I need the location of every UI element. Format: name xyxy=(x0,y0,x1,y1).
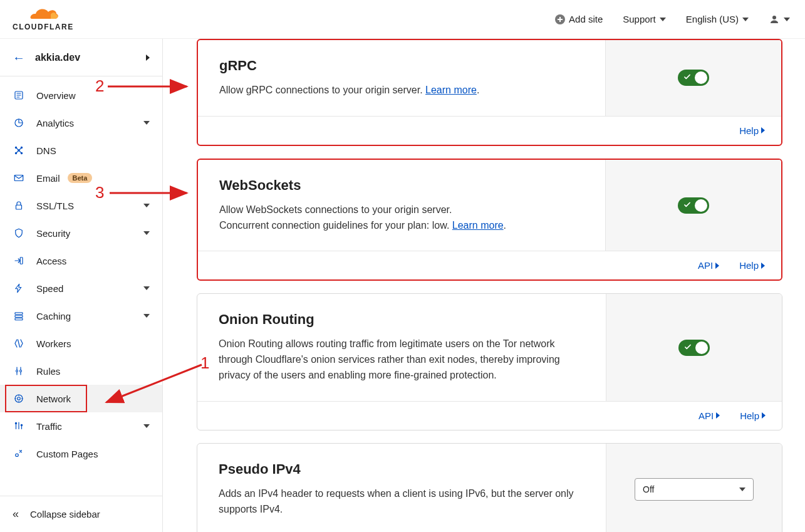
toggle-switch[interactable] xyxy=(678,340,710,356)
svg-rect-11 xyxy=(15,313,23,315)
user-icon xyxy=(769,14,780,25)
svg-rect-12 xyxy=(15,315,23,317)
site-name: akkia.dev xyxy=(35,52,80,63)
sidebar-item-custom-pages[interactable]: Custom Pages xyxy=(0,440,162,467)
sidebar-item-access[interactable]: Access xyxy=(0,247,162,274)
card-title: Pseudo IPv4 xyxy=(219,461,584,477)
access-icon xyxy=(13,254,25,267)
card-footer: APIHelp xyxy=(197,401,782,430)
add-site-button[interactable]: Add site xyxy=(555,14,603,24)
card-footer: Help xyxy=(198,116,781,145)
shield-icon xyxy=(13,227,25,239)
card-title: WebSockets xyxy=(219,177,584,194)
analytics-icon xyxy=(13,117,25,129)
toggle-knob xyxy=(695,71,707,84)
learn-more-link[interactable]: Learn more xyxy=(452,220,504,231)
global-header: CLOUDFLARE Add site Support English (US) xyxy=(0,0,805,39)
help-link[interactable]: Help xyxy=(739,260,765,271)
card-footer: APIHelp xyxy=(198,251,781,279)
pseudo-ipv4-select[interactable]: Off xyxy=(635,478,754,501)
api-link[interactable]: API xyxy=(698,260,719,271)
card-websockets: WebSocketsAllow WebSockets connections t… xyxy=(197,159,782,281)
chevron-down-icon xyxy=(143,121,150,125)
card-text: WebSocketsAllow WebSockets connections t… xyxy=(198,160,606,251)
chevron-down-icon xyxy=(784,18,790,21)
sidebar-item-label: Custom Pages xyxy=(36,449,98,459)
chevron-right-icon xyxy=(716,412,720,419)
back-arrow-icon: ← xyxy=(13,51,25,64)
help-link-label: Help xyxy=(740,410,759,421)
chevron-right-icon xyxy=(762,412,766,419)
card-body: Onion RoutingOnion Routing allows routin… xyxy=(197,294,782,400)
sidebar-item-label: Security xyxy=(36,228,70,239)
api-link[interactable]: API xyxy=(699,410,720,421)
learn-more-link[interactable]: Learn more xyxy=(425,85,477,95)
sidebar: ← akkia.dev OverviewAnalyticsDNSEmailBet… xyxy=(0,39,163,532)
check-icon xyxy=(683,201,692,209)
svg-rect-8 xyxy=(14,175,23,181)
card-description: Onion Routing allows routing traffic fro… xyxy=(219,336,584,383)
sidebar-item-security[interactable]: Security xyxy=(0,219,162,247)
language-menu[interactable]: English (US) xyxy=(686,14,749,24)
check-icon xyxy=(683,73,692,81)
card-onion: Onion RoutingOnion Routing allows routin… xyxy=(197,293,782,430)
sidebar-nav: OverviewAnalyticsDNSEmailBetaSSL/TLSSecu… xyxy=(0,76,162,496)
language-label: English (US) xyxy=(686,14,739,24)
chevron-right-icon xyxy=(715,263,719,269)
sidebar-item-caching[interactable]: Caching xyxy=(0,302,162,330)
svg-point-18 xyxy=(15,422,16,424)
lock-icon xyxy=(13,199,25,212)
cloudflare-cloud-icon xyxy=(26,8,61,23)
sidebar-item-speed[interactable]: Speed xyxy=(0,274,162,302)
traffic-icon xyxy=(13,420,25,432)
support-menu[interactable]: Support xyxy=(623,14,666,24)
sidebar-item-label: Network xyxy=(36,394,71,404)
svg-point-15 xyxy=(20,370,22,372)
card-control xyxy=(606,294,782,400)
card-text: Onion RoutingOnion Routing allows routin… xyxy=(197,294,606,400)
card-body: gRPCAllow gRPC connections to your origi… xyxy=(198,40,781,116)
plus-icon xyxy=(555,14,565,24)
support-label: Support xyxy=(623,14,656,24)
sidebar-item-analytics[interactable]: Analytics xyxy=(0,109,162,137)
svg-rect-9 xyxy=(16,205,22,209)
sidebar-item-overview[interactable]: Overview xyxy=(0,81,162,109)
collapse-sidebar-button[interactable]: « Collapse sidebar xyxy=(0,496,162,532)
chevron-right-icon xyxy=(146,55,150,61)
sidebar-item-network[interactable]: Network xyxy=(0,385,162,412)
toggle-switch[interactable] xyxy=(678,70,709,86)
chevron-down-icon xyxy=(739,488,745,491)
help-link-label: Help xyxy=(739,260,759,271)
toggle-knob xyxy=(695,199,707,212)
cloudflare-logo[interactable]: CLOUDFLARE xyxy=(13,8,74,31)
card-description: Allow WebSockets connections to your ori… xyxy=(219,202,584,234)
collapse-icon: « xyxy=(13,508,19,521)
chevron-right-icon xyxy=(761,263,765,269)
sidebar-item-label: Access xyxy=(36,256,66,266)
chevron-down-icon xyxy=(660,18,666,21)
sidebar-item-workers[interactable]: Workers xyxy=(0,330,162,357)
card-grpc: gRPCAllow gRPC connections to your origi… xyxy=(197,39,782,146)
rules-icon xyxy=(13,365,25,377)
sidebar-item-rules[interactable]: Rules xyxy=(0,357,162,385)
add-site-label: Add site xyxy=(569,14,603,24)
sidebar-item-ssl-tls[interactable]: SSL/TLS xyxy=(0,192,162,219)
sidebar-item-traffic[interactable]: Traffic xyxy=(0,412,162,440)
card-description: Allow gRPC connections to your origin se… xyxy=(219,83,584,98)
toggle-switch[interactable] xyxy=(678,197,709,214)
sidebar-item-label: Workers xyxy=(36,338,71,349)
sidebar-item-email[interactable]: EmailBeta xyxy=(0,164,162,192)
sidebar-item-label: SSL/TLS xyxy=(36,201,74,211)
svg-point-19 xyxy=(21,424,22,425)
help-link[interactable]: Help xyxy=(740,410,766,421)
user-menu[interactable] xyxy=(769,14,790,25)
site-selector[interactable]: ← akkia.dev xyxy=(0,39,162,76)
card-control xyxy=(606,160,781,251)
sidebar-item-label: Overview xyxy=(36,90,76,101)
sidebar-item-dns[interactable]: DNS xyxy=(0,137,162,164)
help-link[interactable]: Help xyxy=(739,125,765,136)
cloudflare-logo-text: CLOUDFLARE xyxy=(13,23,74,31)
chevron-down-icon xyxy=(143,314,150,318)
card-title: Onion Routing xyxy=(219,311,584,328)
card-control: Off xyxy=(606,444,782,532)
